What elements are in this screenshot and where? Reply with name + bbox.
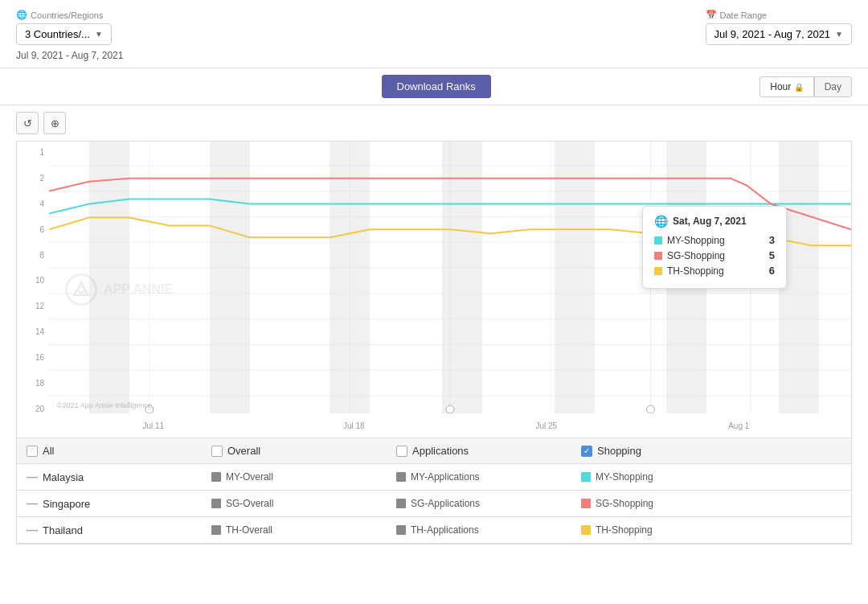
countries-dropdown[interactable]: 3 Countries/... ▼ — [16, 23, 112, 45]
my-shopping-item[interactable]: MY-Shopping — [581, 471, 841, 483]
my-shopping-swatch — [581, 472, 591, 482]
sg-shopping-value: 5 — [769, 249, 775, 261]
legend-row-thailand: — Thailand TH-Overall TH-Applications TH… — [17, 517, 851, 544]
th-overall-item[interactable]: TH-Overall — [211, 524, 396, 536]
watermark: APP ANNIE — [65, 273, 173, 306]
y-label: 14 — [17, 327, 49, 336]
chart-area: 1 2 4 6 8 10 12 14 16 18 20 — [16, 141, 852, 438]
my-shopping-label: MY-Shopping — [667, 235, 725, 246]
shopping-label: Shopping — [597, 445, 641, 457]
y-axis: 1 2 4 6 8 10 12 14 16 18 20 — [17, 142, 49, 413]
countries-label: 🌐 Countries/Regions — [16, 10, 123, 20]
time-toggle: Hour 🔒 Day — [760, 76, 852, 97]
sg-applications-swatch — [396, 499, 406, 508]
countries-section: 🌐 Countries/Regions 3 Countries/... ▼ Ju… — [16, 10, 123, 61]
globe-icon: 🌐 — [654, 215, 668, 228]
thailand-name: — Thailand — [27, 524, 211, 536]
my-overall-item[interactable]: MY-Overall — [211, 471, 396, 483]
y-label: 2 — [17, 174, 49, 183]
chevron-down-icon: ▼ — [835, 30, 843, 39]
all-checkbox[interactable] — [27, 446, 38, 457]
day-button[interactable]: Day — [814, 76, 852, 97]
tooltip-row-sg: SG-Shopping 5 — [654, 249, 775, 261]
sg-applications-label: SG-Applications — [411, 498, 480, 509]
date-subtitle: Jul 9, 2021 - Aug 7, 2021 — [16, 50, 123, 61]
tooltip-date: 🌐 Sat, Aug 7, 2021 — [654, 215, 775, 228]
my-shopping-dot — [654, 236, 662, 244]
th-shopping-value: 6 — [769, 265, 775, 277]
chart-inner: 1 2 4 6 8 10 12 14 16 18 20 — [17, 142, 851, 438]
shopping-checkbox[interactable]: ✓ — [581, 446, 592, 457]
legend-row-singapore: — Singapore SG-Overall SG-Applications S… — [17, 491, 851, 517]
svg-point-21 — [78, 286, 84, 293]
globe-icon: 🌐 — [16, 10, 27, 20]
legend-table: All Overall Applications ✓ Shopping — Ma… — [16, 438, 852, 544]
tooltip-row-my: MY-Shopping 3 — [654, 234, 775, 246]
overall-label: Overall — [227, 445, 260, 457]
watermark-text: APP ANNIE — [104, 282, 173, 297]
zoom-button[interactable]: ⊕ — [43, 112, 66, 134]
collapse-thailand-icon[interactable]: — — [27, 524, 38, 536]
top-bar: 🌐 Countries/Regions 3 Countries/... ▼ Ju… — [0, 0, 868, 68]
my-overall-swatch — [211, 472, 221, 482]
watermark-logo — [65, 273, 97, 306]
hour-button[interactable]: Hour 🔒 — [760, 76, 813, 97]
x-label: Aug 1 — [728, 421, 749, 430]
svg-point-19 — [647, 405, 655, 413]
my-applications-label: MY-Applications — [411, 471, 480, 483]
date-range-dropdown[interactable]: Jul 9, 2021 - Aug 7, 2021 ▼ — [706, 23, 852, 45]
legend-header-overall[interactable]: Overall — [211, 445, 396, 457]
sg-overall-swatch — [211, 499, 221, 508]
sg-shopping-dot — [654, 252, 662, 260]
copyright-text: ©2021 App Annie Intelligence — [57, 401, 152, 409]
applications-label: Applications — [412, 445, 469, 457]
th-applications-label: TH-Applications — [411, 524, 479, 536]
legend-header-shopping[interactable]: ✓ Shopping — [581, 445, 841, 457]
applications-checkbox[interactable] — [396, 446, 407, 457]
legend-header-all[interactable]: All — [27, 445, 211, 457]
th-applications-item[interactable]: TH-Applications — [396, 524, 581, 536]
th-shopping-label: TH-Shopping — [596, 524, 653, 536]
th-shopping-swatch — [581, 525, 591, 535]
y-label: 12 — [17, 302, 49, 310]
tab-download-ranks[interactable]: Download Ranks — [382, 75, 491, 98]
th-overall-label: TH-Overall — [226, 524, 272, 536]
x-label: Jul 18 — [343, 421, 365, 430]
malaysia-name: — Malaysia — [27, 470, 211, 483]
legend-row-malaysia: — Malaysia MY-Overall MY-Applications MY… — [17, 464, 851, 491]
my-applications-swatch — [396, 472, 406, 482]
collapse-singapore-icon[interactable]: — — [27, 497, 38, 510]
legend-header-applications[interactable]: Applications — [396, 445, 581, 457]
y-label: 4 — [17, 199, 49, 208]
sg-shopping-label: SG-Shopping — [596, 498, 653, 509]
date-range-label: 📅 Date Range — [706, 10, 852, 20]
legend-header: All Overall Applications ✓ Shopping — [17, 438, 851, 464]
collapse-malaysia-icon[interactable]: — — [27, 470, 38, 483]
y-label: 8 — [17, 251, 49, 260]
date-range-section: 📅 Date Range Jul 9, 2021 - Aug 7, 2021 ▼ — [706, 10, 852, 45]
svg-point-18 — [446, 405, 454, 413]
y-label: 1 — [17, 148, 49, 157]
calendar-icon: 📅 — [706, 10, 717, 20]
sg-shopping-swatch — [581, 499, 591, 508]
y-label: 16 — [17, 353, 49, 362]
x-axis: Jul 11 Jul 18 Jul 25 Aug 1 — [49, 413, 851, 438]
chart-tooltip: 🌐 Sat, Aug 7, 2021 MY-Shopping 3 SG-Shop… — [642, 206, 787, 289]
th-applications-swatch — [396, 525, 406, 535]
th-overall-swatch — [211, 525, 221, 535]
th-shopping-label: TH-Shopping — [667, 265, 724, 277]
tab-bar: Download Ranks Hour 🔒 Day — [0, 68, 868, 105]
th-shopping-item[interactable]: TH-Shopping — [581, 524, 841, 536]
my-applications-item[interactable]: MY-Applications — [396, 471, 581, 483]
sg-shopping-item[interactable]: SG-Shopping — [581, 498, 841, 509]
sg-applications-item[interactable]: SG-Applications — [396, 498, 581, 509]
th-shopping-dot — [654, 267, 662, 275]
lock-icon: 🔒 — [794, 83, 804, 92]
sg-shopping-label: SG-Shopping — [667, 250, 725, 261]
overall-checkbox[interactable] — [211, 446, 223, 457]
y-label: 20 — [17, 405, 49, 413]
singapore-name: — Singapore — [27, 497, 211, 510]
sg-overall-item[interactable]: SG-Overall — [211, 498, 396, 509]
tab-center: Download Ranks — [382, 75, 491, 98]
reset-button[interactable]: ↺ — [16, 112, 39, 134]
